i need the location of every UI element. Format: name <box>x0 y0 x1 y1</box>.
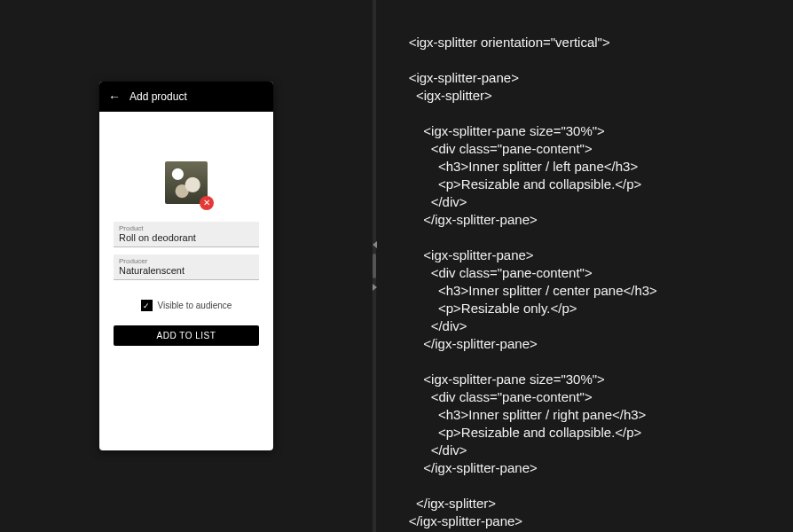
checkbox-checked-icon[interactable]: ✓ <box>141 300 153 311</box>
mobile-appbar: ← Add product <box>99 82 273 112</box>
visibility-checkbox-row[interactable]: ✓ Visible to audience <box>141 300 232 311</box>
product-image-wrap: ✕ <box>165 161 208 204</box>
mobile-mockup: ← Add product ✕ Product Roll on deodoran… <box>99 82 273 450</box>
mobile-title: Add product <box>130 90 187 103</box>
split-view-root: ← Add product ✕ Product Roll on deodoran… <box>0 0 793 532</box>
producer-field-label: Producer <box>119 257 254 265</box>
producer-field[interactable]: Producer Naturalenscent <box>114 254 259 280</box>
visibility-label: Visible to audience <box>158 301 232 310</box>
add-to-list-button[interactable]: ADD TO LIST <box>114 325 259 346</box>
code-snippet: <igx-splitter orientation="vertical"> <i… <box>394 35 657 528</box>
producer-field-value: Naturalenscent <box>119 265 254 276</box>
remove-image-icon[interactable]: ✕ <box>200 196 214 210</box>
mobile-body: ✕ Product Roll on deodorant Producer Nat… <box>99 112 273 450</box>
back-arrow-icon[interactable]: ← <box>108 90 121 103</box>
product-field-value: Roll on deodorant <box>119 232 254 243</box>
splitter-right-pane[interactable]: <igx-splitter orientation="vertical"> <i… <box>376 0 793 532</box>
splitter-left-pane: ← Add product ✕ Product Roll on deodoran… <box>0 0 373 532</box>
product-field[interactable]: Product Roll on deodorant <box>114 222 259 247</box>
product-field-label: Product <box>119 224 254 232</box>
